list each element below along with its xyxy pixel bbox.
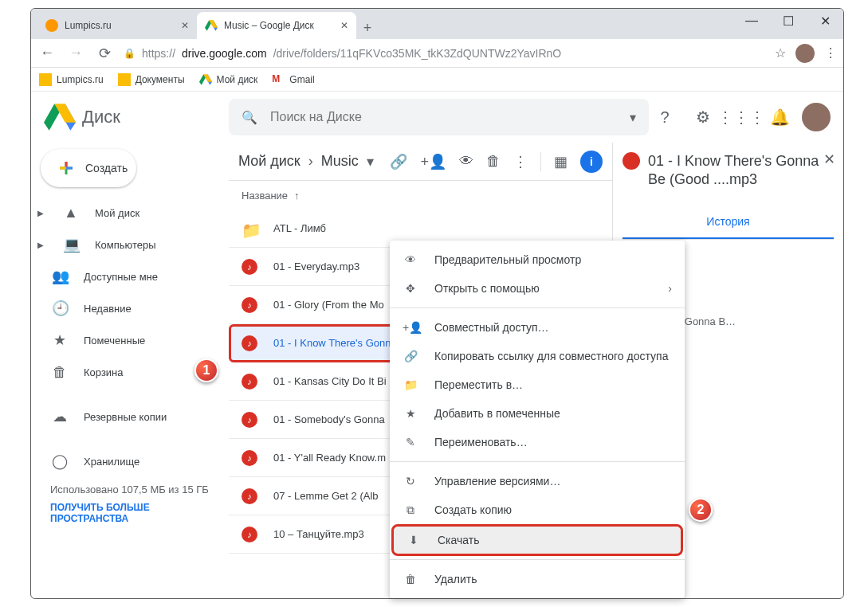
context-menu-item[interactable]: ⧉Создать копию	[390, 495, 685, 524]
chevron-down-icon[interactable]: ▾	[367, 153, 374, 170]
sidebar-item-storage[interactable]: ◯Хранилище	[31, 445, 229, 477]
file-name: 01 - I Know There's Gonn	[273, 337, 391, 349]
breadcrumb-root[interactable]: Мой диск	[238, 153, 300, 170]
context-menu-item[interactable]: 🔗Копировать ссылку для совместного досту…	[390, 342, 685, 370]
link-icon[interactable]: 🔗	[390, 153, 407, 170]
drive-brand: Диск	[82, 107, 120, 127]
audio-icon	[623, 152, 640, 170]
tab-title: Music – Google Диск	[224, 20, 314, 31]
profile-avatar[interactable]	[795, 44, 815, 63]
breadcrumb: Мой диск › Music ▾	[238, 153, 374, 170]
bookmark-star-icon[interactable]: ☆	[775, 45, 786, 61]
col-name: Название	[242, 190, 288, 202]
context-menu-item[interactable]: 🗑Удалить	[390, 565, 685, 593]
menu-item-label: Удалить	[434, 573, 477, 585]
menu-item-label: Предварительный просмотр	[434, 253, 581, 266]
address-bar: ← → ⟳ 🔒 https:// drive.google.com /drive…	[31, 39, 843, 68]
context-menu-item[interactable]: 👁Предварительный просмотр	[390, 245, 685, 274]
context-menu-item[interactable]: ↻Управление версиями…	[390, 467, 685, 495]
chevron-right-icon: ▶	[37, 241, 47, 249]
help-icon[interactable]: ?	[649, 101, 681, 133]
bookmark-lumpics[interactable]: Lumpics.ru	[39, 73, 104, 86]
apps-grid-icon[interactable]: ⋮⋮⋮	[725, 101, 757, 133]
storage-used: Использовано 107,5 МБ из 15 ГБ	[50, 484, 210, 495]
audio-icon: ♪	[242, 259, 257, 275]
url-field[interactable]: 🔒 https:// drive.google.com /drive/folde…	[124, 47, 765, 60]
bookmark-label: Lumpics.ru	[57, 74, 104, 85]
add-person-icon[interactable]: +👤	[420, 153, 446, 170]
menu-item-icon: 🗑	[403, 573, 418, 585]
close-details-icon[interactable]: ✕	[823, 151, 835, 168]
folder-icon: 📁	[242, 221, 257, 237]
sidebar-item-shared[interactable]: 👥Доступные мне	[31, 260, 229, 292]
bookmark-mydrive[interactable]: Мой диск	[199, 73, 258, 86]
column-header[interactable]: Название ↑	[229, 181, 612, 210]
file-name: 10 – Танцуйте.mp3	[273, 528, 364, 540]
info-button[interactable]: i	[580, 151, 603, 173]
folder-icon	[39, 73, 52, 86]
menu-item-label: Совместный доступ…	[434, 321, 549, 334]
context-menu-item[interactable]: ⬇Скачать	[393, 526, 681, 554]
sidebar-item-starred[interactable]: ★Помеченные	[31, 324, 229, 356]
context-menu-item[interactable]: ✥Открыть с помощью›	[390, 274, 685, 303]
sidebar-item-backups[interactable]: ☁Резервные копии	[31, 401, 229, 433]
breadcrumb-folder[interactable]: Music	[321, 153, 359, 170]
drive-logo[interactable]: Диск	[44, 101, 229, 133]
user-avatar[interactable]	[802, 103, 831, 131]
audio-icon: ♪	[242, 412, 257, 428]
window-max[interactable]: ☐	[770, 9, 807, 33]
window-min[interactable]: —	[733, 9, 770, 33]
tab-drive[interactable]: Music – Google Диск ✕	[197, 12, 356, 39]
forward-icon[interactable]: →	[66, 45, 85, 61]
back-icon[interactable]: ←	[37, 45, 57, 61]
sidebar-item-mydrive[interactable]: ▶▲Мой диск	[31, 197, 229, 229]
context-menu-item[interactable]: ★Добавить в помеченные	[390, 399, 685, 428]
file-name: 01 - Y'all Ready Know.m	[273, 452, 386, 464]
sidebar-item-computers[interactable]: ▶💻Компьютеры	[31, 229, 229, 260]
search-input[interactable]	[270, 110, 617, 124]
menu-item-icon: ✥	[403, 282, 418, 295]
people-icon: 👥	[52, 268, 68, 285]
reload-icon[interactable]: ⟳	[95, 45, 114, 62]
url-path: /drive/folders/11qFKVco35MK_tkK3ZdQUNTWz…	[273, 47, 562, 60]
tab-history[interactable]: История	[623, 206, 834, 239]
window-close[interactable]: ✕	[807, 9, 843, 33]
sidebar-label: Резервные копии	[84, 411, 167, 423]
grid-view-icon[interactable]: ▦	[554, 153, 568, 170]
create-button[interactable]: Создать	[41, 149, 136, 187]
sidebar-label: Компьютеры	[95, 239, 156, 251]
settings-gear-icon[interactable]: ⚙	[687, 101, 719, 133]
trash-icon: 🗑	[52, 364, 68, 381]
drive-icon	[199, 73, 212, 86]
context-menu-item[interactable]: +👤Совместный доступ…	[390, 313, 685, 342]
context-menu-item[interactable]: 📁Переместить в…	[390, 370, 685, 399]
bookmark-gmail[interactable]: MGmail	[272, 73, 314, 86]
sidebar-item-recent[interactable]: 🕘Недавние	[31, 292, 229, 324]
bookmark-documents[interactable]: Документы	[118, 73, 185, 86]
trash-icon[interactable]: 🗑	[486, 153, 501, 170]
drive-logo-icon	[44, 101, 76, 133]
browser-tabs: Lumpics.ru ✕ Music – Google Диск ✕ +	[31, 9, 843, 39]
menu-item-label: Добавить в помеченные	[434, 407, 560, 420]
toolbar: Мой диск › Music ▾ 🔗 +👤 👁 🗑 ⋮ ▦ i	[229, 143, 612, 181]
preview-icon[interactable]: 👁	[459, 153, 473, 170]
sidebar-label: Хранилище	[84, 456, 139, 468]
search-bar[interactable]: 🔍 ▾	[229, 99, 649, 135]
notifications-icon[interactable]: 🔔	[764, 101, 795, 133]
storage-upgrade-link[interactable]: ПОЛУЧИТЬ БОЛЬШЕ ПРОСТРАНСТВА	[50, 502, 210, 524]
tab-lumpics[interactable]: Lumpics.ru ✕	[37, 12, 197, 39]
browser-menu-icon[interactable]: ⋮	[824, 45, 837, 61]
lock-icon: 🔒	[124, 48, 136, 59]
more-icon[interactable]: ⋮	[513, 153, 528, 170]
url-prefix: https://	[142, 47, 175, 60]
close-icon[interactable]: ✕	[340, 20, 348, 31]
menu-item-icon: 🔗	[403, 350, 418, 362]
new-tab-button[interactable]: +	[356, 17, 379, 39]
close-icon[interactable]: ✕	[181, 20, 189, 31]
sidebar-label: Помеченные	[84, 335, 145, 347]
context-menu-item[interactable]: ✎Переименовать…	[390, 428, 685, 456]
plus-icon	[57, 159, 76, 178]
search-options-icon[interactable]: ▾	[630, 110, 636, 125]
cloud-icon: ☁	[52, 408, 68, 425]
file-name: ATL - Лимб	[273, 222, 326, 234]
